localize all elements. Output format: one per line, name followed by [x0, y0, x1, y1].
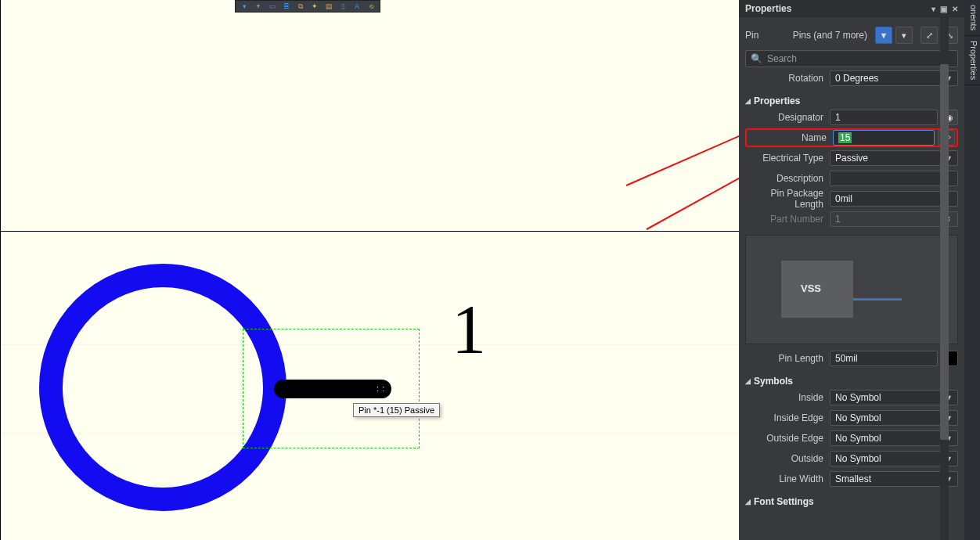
panel-title-text: Properties [745, 3, 791, 14]
pin-length-input[interactable]: 50mil [830, 351, 938, 366]
designator-label: Designator [745, 112, 830, 123]
part-number-value: 1 [835, 214, 841, 225]
panel-titlebar: Properties ▾ ▣ ✕ [739, 0, 964, 17]
description-label: Description [745, 173, 830, 184]
sym-outside-label: Outside [745, 453, 830, 464]
search-input[interactable]: 🔍 Search [745, 50, 958, 67]
description-input[interactable] [830, 171, 958, 186]
pin-pkg-len-input[interactable]: 0mil [830, 191, 958, 207]
panel-maximize-icon[interactable]: ▣ [940, 5, 947, 13]
line-width-dropdown[interactable]: Smallest ▼ [830, 471, 958, 487]
side-tab-strip: onents Properties [964, 0, 980, 540]
line-width-value: Smallest [835, 473, 871, 484]
pin-pkg-len-label: Pin Package Length [745, 188, 830, 210]
sym-inside-edge-dropdown[interactable]: No Symbol ▼ [830, 410, 958, 426]
rotation-label: Rotation [745, 73, 830, 84]
panel-pin-icon[interactable]: ▾ [931, 5, 935, 13]
rotation-value: 0 Degrees [835, 73, 878, 84]
pin-length-label: Pin Length [745, 353, 830, 364]
sym-inside-edge-label: Inside Edge [745, 412, 830, 423]
section-symbols[interactable]: ◢ Symbols [745, 376, 958, 387]
name-row-highlight: Name 15 👁 [745, 128, 958, 147]
name-value: 15 [838, 132, 852, 143]
pin-preview-lead [853, 298, 902, 301]
scrollbar-thumb[interactable] [940, 64, 949, 440]
annotation-arrows [0, 0, 739, 540]
pin-preview: VSS [745, 235, 958, 344]
pin-pkg-len-value: 0mil [835, 193, 852, 204]
electrical-type-value: Passive [835, 153, 868, 164]
sym-outside-edge-dropdown[interactable]: No Symbol ▼ [830, 430, 958, 446]
sym-inside-dropdown[interactable]: No Symbol ▼ [830, 390, 958, 405]
designator-input[interactable]: 1 [830, 110, 938, 125]
electrical-type-dropdown[interactable]: Passive ▼ [830, 150, 958, 166]
rotation-dropdown[interactable]: 0 Degrees ▼ [830, 70, 958, 86]
disclosure-triangle-icon: ◢ [745, 377, 751, 385]
name-label: Name [748, 132, 833, 143]
sym-inside-value: No Symbol [835, 392, 881, 403]
sym-outside-edge-label: Outside Edge [745, 433, 830, 444]
object-type-label: Pin [745, 30, 792, 41]
pin-preview-name: VSS [801, 283, 821, 294]
sym-inside-edge-value: No Symbol [835, 412, 881, 423]
line-width-label: Line Width [745, 473, 830, 484]
section-font[interactable]: ◢ Font Settings [745, 496, 958, 507]
search-icon: 🔍 [751, 53, 762, 64]
sym-outside-value: No Symbol [835, 453, 881, 464]
part-number-input: 1 ▲▼ [830, 211, 958, 227]
filter-more-icon[interactable]: ▾ [895, 27, 913, 44]
electrical-type-label: Electrical Type [745, 153, 830, 164]
filter-icon[interactable]: ▼ [875, 27, 892, 44]
sym-outside-edge-value: No Symbol [835, 433, 881, 444]
disclosure-triangle-icon: ◢ [745, 498, 751, 506]
side-tab-components[interactable]: onents [964, 0, 980, 36]
section-properties[interactable]: ◢ Properties [745, 95, 958, 106]
sym-inside-label: Inside [745, 392, 830, 403]
side-tab-properties[interactable]: Properties [964, 36, 980, 85]
panel-close-icon[interactable]: ✕ [952, 5, 958, 13]
disclosure-triangle-icon: ◢ [745, 97, 751, 105]
properties-panel: Properties ▾ ▣ ✕ Pin Pins (and 7 more) ▼… [739, 0, 964, 540]
select-linked-icon[interactable]: ⤢ [921, 27, 938, 44]
selection-summary: Pins (and 7 more) [792, 30, 872, 41]
svg-line-0 [626, 125, 739, 185]
pin-length-value: 50mil [835, 353, 858, 364]
panel-scrollbar[interactable] [940, 17, 949, 540]
designator-value: 1 [835, 112, 841, 123]
sym-outside-dropdown[interactable]: No Symbol ▼ [830, 451, 958, 466]
part-number-label: Part Number [745, 214, 830, 225]
search-placeholder: Search [767, 53, 797, 64]
name-input[interactable]: 15 [833, 130, 935, 146]
svg-line-2 [647, 147, 739, 229]
schematic-canvas[interactable]: ▾ + ▭ ≣ ⧉ ✦ ▤ ▯ A ⎋ : : 1 Pin *-1 (15) P… [0, 0, 739, 540]
